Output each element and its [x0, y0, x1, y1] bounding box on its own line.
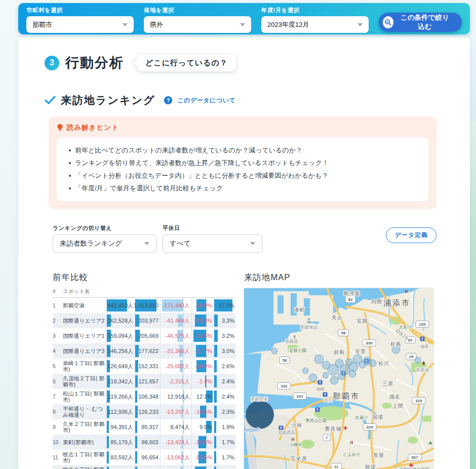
cell-share: 1.9%: [214, 419, 236, 435]
cell-visitors: 83,592人: [106, 450, 135, 465]
cell-diff: -46,575人: [160, 328, 191, 343]
cell-prev: 96,654: [135, 450, 160, 465]
visit-bubble[interactable]: [302, 368, 308, 374]
ranking-header: 来訪地ランキング ? このデータについて: [45, 93, 455, 107]
origin-select[interactable]: 県外: [144, 16, 251, 33]
map-label: 国場: [372, 414, 383, 420]
map-label: 那覇埠頭: [300, 325, 318, 330]
map-label: 三原: [382, 381, 393, 386]
about-data-link[interactable]: このデータについて: [177, 96, 235, 105]
hint-item: ランキングを切り替えて、来訪者数が急上昇／急下降しているスポットもチェック！: [68, 157, 417, 169]
chevron-down-icon: [250, 242, 255, 245]
chevron-down-icon: [123, 23, 128, 26]
map-label: 若狭公園: [289, 348, 306, 353]
visit-bubble[interactable]: [309, 374, 317, 382]
data-definition-button[interactable]: データ定義: [386, 227, 437, 243]
map-label: 上間: [392, 403, 404, 409]
route-shield: 329: [412, 398, 425, 404]
cell-rank: 2: [53, 313, 63, 328]
svg-text:507: 507: [411, 455, 418, 460]
question-icon: ?: [164, 96, 172, 104]
apply-filter-button[interactable]: この条件で絞り込む: [379, 13, 462, 32]
station-icon: [323, 393, 328, 397]
apply-filter-label: この条件で絞り込む: [398, 13, 452, 31]
ranking-type-value: 来訪者数ランキング: [60, 239, 122, 248]
cell-spot-name: 牧志２丁目( 那覇市): [63, 465, 106, 469]
hint-list: 前年と比べてどのスポットの来訪者数が増えているのか？減っているのか？ ランキング…: [68, 144, 417, 194]
cell-ratio: -19.6%: [191, 465, 214, 469]
cell-visitors: 119,266人: [106, 389, 135, 404]
cell-visitors: 126,649人: [106, 359, 135, 374]
cell-spot-name: 国際通りエリア3: [63, 343, 106, 359]
map-label: 長堂: [373, 452, 384, 458]
map-label: 港町: [294, 307, 305, 312]
period-value: 2023年度12月: [267, 20, 309, 29]
cell-rank: 1: [53, 298, 63, 313]
svg-text:332: 332: [281, 384, 288, 388]
map-canvas: 8258330153588229332331329329711507E58E58…: [244, 288, 433, 469]
cell-spot-name: 久米２丁目( 那覇市): [63, 419, 106, 435]
visit-bubble[interactable]: [369, 360, 376, 367]
cell-spot-name: 国際通りエリア1: [63, 328, 106, 343]
chevron-down-icon: [240, 23, 245, 26]
visit-map[interactable]: 8258330153588229332331329329711507E58E58…: [244, 288, 433, 469]
table-row: 5泉崎１丁目( 那覇市)126,649人152,331-25,682人-16.9…: [53, 359, 236, 374]
filter-label: 発地を選択: [144, 7, 251, 14]
route-shield: 507: [408, 454, 421, 461]
cell-share: 3.2%: [214, 328, 236, 343]
weekday-group: 平休日 すべて: [163, 224, 262, 253]
map-label: 古蔵小: [354, 415, 368, 420]
map-label: 奥武山公園: [305, 418, 327, 423]
check-icon: [45, 96, 56, 105]
map-label: 小禄: [291, 422, 302, 428]
ranking-type-select[interactable]: 来訪者数ランキング: [53, 235, 156, 253]
comparison-panel: 前年比較 # スポット名 1那覇空港842,410人1,013,850-171,…: [53, 272, 236, 469]
map-label: 安里: [355, 348, 366, 354]
visit-bubble-largest[interactable]: [246, 401, 274, 429]
map-label: 小禄中: [289, 442, 302, 447]
cell-ratio: -17.7%: [191, 343, 214, 359]
cell-prev: 106,348: [135, 389, 160, 404]
map-label: 壺川: [324, 398, 333, 403]
cell-ratio: -10.5%: [191, 404, 214, 419]
map-label: 識名: [389, 394, 401, 400]
map-label: 儀保: [420, 344, 429, 349]
section-header: 3 行動分析 どこに行っているの？: [45, 54, 455, 72]
search-chart-icon: [383, 16, 393, 28]
cell-diff: -171,440人: [160, 298, 191, 313]
hint-item: 「イベント分析（お役立ちデータ内）」とともに分析すると増減要因がわかるかも？: [68, 169, 417, 182]
cell-ratio: -20.3%: [191, 313, 214, 328]
visit-bubble[interactable]: [271, 348, 277, 354]
period-select[interactable]: 2023年度12月: [261, 16, 369, 33]
cell-rank: 10: [53, 435, 63, 450]
table-row: 1那覇空港842,410人1,013,850-171,440人-16.9%17.…: [53, 298, 236, 313]
map-label: 浦添市: [383, 298, 411, 307]
visit-bubble[interactable]: [314, 355, 324, 364]
cell-visitors: 162,528人: [106, 313, 135, 328]
ranking-title: 来訪地ランキング: [61, 93, 155, 107]
hint-body: 前年と比べてどのスポットの来訪者数が増えているのか？減っているのか？ ランキング…: [57, 137, 428, 201]
visit-bubble[interactable]: [330, 376, 338, 384]
filter-label: 市町村を選択: [26, 7, 134, 14]
visit-bubble[interactable]: [323, 372, 329, 378]
table-row: 2国際通りエリア2162,528人203,977-41,449人-20.3%3.…: [53, 313, 236, 328]
map-label: 豊見城: [325, 426, 342, 432]
lightbulb-icon: [57, 124, 63, 132]
map-label: 宇栄原: [291, 456, 307, 461]
weekday-select[interactable]: すべて: [163, 235, 262, 253]
municipality-select[interactable]: 那覇市: [26, 16, 134, 33]
map-title: 来訪地MAP: [244, 272, 455, 283]
table-header: # スポット名: [53, 288, 236, 298]
cell-ratio: -16.9%: [191, 359, 214, 374]
chevron-down-icon: [358, 23, 363, 26]
cell-ratio: 9.9%: [191, 419, 214, 435]
cell-diff: -13,062人: [160, 450, 191, 465]
visit-bubble[interactable]: [349, 370, 356, 377]
visit-bubble[interactable]: [415, 357, 421, 363]
control-label: ランキングの切り替え: [53, 224, 156, 232]
station-icon: [318, 380, 323, 385]
visit-bubble[interactable]: [338, 373, 345, 380]
map-label: 天久: [332, 315, 343, 321]
svg-text:29: 29: [409, 355, 414, 359]
svg-text:58: 58: [283, 358, 287, 363]
